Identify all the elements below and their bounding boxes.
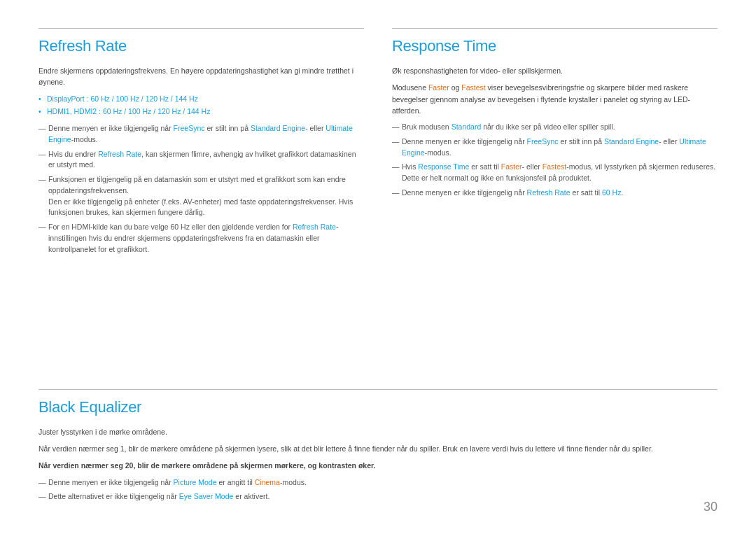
response-time-link: Response Time bbox=[418, 162, 469, 171]
refresh-rate-link-2: Refresh Rate bbox=[293, 223, 336, 231]
bullet-hdmi: HDMI1, HDMI2 : 60 Hz / 100 Hz / 120 Hz /… bbox=[38, 106, 364, 118]
refresh-note-1: Denne menyen er ikke tilgjengelig når Fr… bbox=[38, 123, 364, 146]
black-eq-para1: Juster lysstyrken i de mørke områdene. bbox=[38, 426, 718, 437]
right-divider bbox=[392, 28, 718, 29]
main-columns: Refresh Rate Endre skjermens oppdatering… bbox=[38, 37, 718, 370]
refresh-rate-body: Endre skjermens oppdateringsfrekvens. En… bbox=[38, 65, 364, 258]
refresh-rate-title: Refresh Rate bbox=[38, 37, 364, 55]
response-time-intro: Øk responshastigheten for video- eller s… bbox=[392, 65, 718, 76]
black-eq-note-2: Dette alternativet er ikke tilgjengelig … bbox=[38, 491, 718, 503]
freesync-link-1: FreeSync bbox=[174, 124, 205, 132]
refresh-note-2: Hvis du endrer Refresh Rate, kan skjerme… bbox=[38, 149, 364, 171]
bullet-displayport: DisplayPort : 60 Hz / 100 Hz / 120 Hz / … bbox=[38, 94, 364, 105]
response-note-2: Denne menyen er ikke tilgjengelig når Fr… bbox=[392, 136, 718, 159]
standard-engine-link-2: Standard Engine bbox=[604, 137, 659, 146]
refresh-rate-link-1: Refresh Rate bbox=[98, 150, 141, 158]
page: Refresh Rate Endre skjermens oppdatering… bbox=[0, 0, 756, 534]
fastest-link: Fastest bbox=[461, 83, 485, 92]
refresh-rate-link-3: Refresh Rate bbox=[527, 188, 570, 197]
response-note-4: Denne menyen er ikke tilgjengelig når Re… bbox=[392, 188, 718, 199]
black-eq-para3: Når verdien nærmer seg 20, blir de mørke… bbox=[38, 460, 718, 471]
hz-60-link: 60 Hz bbox=[602, 188, 621, 197]
response-time-para2: Modusene Faster og Fastest viser bevegel… bbox=[392, 82, 718, 116]
fastest-link-2: Fastest bbox=[542, 162, 566, 171]
response-time-section: Response Time Øk responshastigheten for … bbox=[392, 37, 718, 370]
faster-link: Faster bbox=[428, 83, 449, 92]
refresh-rate-section: Refresh Rate Endre skjermens oppdatering… bbox=[38, 37, 364, 370]
response-time-title: Response Time bbox=[392, 37, 718, 55]
black-equalizer-body: Juster lysstyrken i de mørke områdene. N… bbox=[38, 426, 718, 503]
standard-engine-link-1: Standard Engine bbox=[251, 124, 305, 132]
page-number: 30 bbox=[704, 500, 718, 514]
refresh-rate-intro: Endre skjermens oppdateringsfrekvens. En… bbox=[38, 65, 364, 88]
cinema-link: Cinema bbox=[255, 478, 280, 486]
bullet-hdmi-text: HDMI1, HDMI2 : 60 Hz / 100 Hz / 120 Hz /… bbox=[47, 107, 210, 115]
faster-link-2: Faster bbox=[501, 162, 522, 171]
bullet-displayport-text: DisplayPort : 60 Hz / 100 Hz / 120 Hz / … bbox=[47, 94, 198, 103]
black-eq-divider bbox=[38, 389, 718, 390]
refresh-note-4: For en HDMI-kilde kan du bare velge 60 H… bbox=[38, 222, 364, 255]
black-equalizer-title: Black Equalizer bbox=[38, 398, 718, 416]
response-note-3: Hvis Response Time er satt til Faster- e… bbox=[392, 162, 718, 184]
black-eq-para2: Når verdien nærmer seg 1, blir de mørker… bbox=[38, 443, 718, 454]
black-eq-note-1: Denne menyen er ikke tilgjengelig når Pi… bbox=[38, 477, 718, 489]
left-divider bbox=[38, 28, 364, 29]
eye-saver-link: Eye Saver Mode bbox=[179, 492, 234, 500]
response-time-body: Øk responshastigheten for video- eller s… bbox=[392, 65, 718, 202]
refresh-note-3: Funksjonen er tilgjengelig på en datamas… bbox=[38, 174, 364, 218]
top-dividers bbox=[38, 28, 718, 37]
black-equalizer-section: Black Equalizer Juster lysstyrken i de m… bbox=[38, 389, 718, 506]
picture-mode-link: Picture Mode bbox=[174, 478, 217, 486]
standard-link: Standard bbox=[451, 122, 482, 131]
response-note-1: Bruk modusen Standard når du ikke ser på… bbox=[392, 122, 718, 133]
freesync-link-2: FreeSync bbox=[527, 137, 559, 146]
refresh-rate-bullets: DisplayPort : 60 Hz / 100 Hz / 120 Hz / … bbox=[38, 94, 364, 118]
